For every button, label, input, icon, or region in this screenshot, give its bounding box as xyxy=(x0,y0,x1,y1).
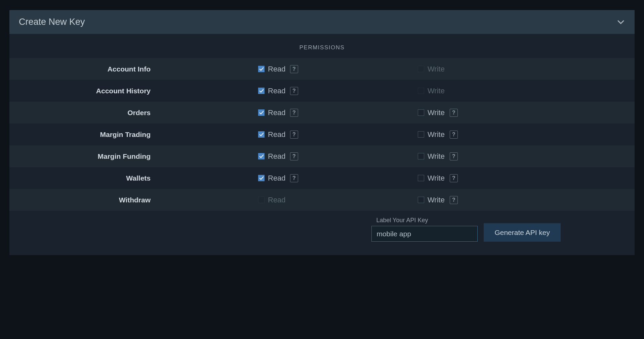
read-cell: Read? xyxy=(164,87,384,95)
help-icon[interactable]: ? xyxy=(450,196,458,204)
write-cell: Write xyxy=(384,65,604,74)
read-checkbox[interactable] xyxy=(258,66,265,72)
permission-row: WithdrawReadWrite? xyxy=(9,189,635,211)
permission-label: Margin Trading xyxy=(9,131,164,139)
permission-label: Withdraw xyxy=(9,196,164,204)
read-checkbox[interactable] xyxy=(258,88,265,94)
permission-row: Account HistoryRead?Write xyxy=(9,80,635,102)
read-label: Read xyxy=(268,108,287,117)
read-cell: Read? xyxy=(164,108,384,117)
permission-label: Margin Funding xyxy=(9,152,164,160)
read-cell: Read xyxy=(164,196,384,204)
help-icon[interactable]: ? xyxy=(450,109,458,117)
help-icon[interactable]: ? xyxy=(290,174,298,182)
help-icon[interactable]: ? xyxy=(290,131,298,139)
read-label: Read xyxy=(268,87,287,95)
permission-label: Account Info xyxy=(9,65,164,73)
write-checkbox xyxy=(418,88,424,94)
read-label: Read xyxy=(268,152,287,161)
read-cell: Read? xyxy=(164,65,384,74)
permissions-header-label: PERMISSIONS xyxy=(201,44,443,51)
api-key-label-text: Label Your API Key xyxy=(371,217,478,224)
write-label: Write xyxy=(428,152,446,161)
generate-api-key-button[interactable]: Generate API key xyxy=(484,223,561,242)
read-checkbox[interactable] xyxy=(258,153,265,159)
write-label: Write xyxy=(428,87,446,95)
write-label: Write xyxy=(428,108,446,117)
write-label: Write xyxy=(428,65,446,74)
help-icon[interactable]: ? xyxy=(290,87,298,95)
write-label: Write xyxy=(428,130,446,139)
api-key-label-group: Label Your API Key xyxy=(371,217,478,242)
permission-row: Margin TradingRead?Write? xyxy=(9,124,635,145)
write-checkbox[interactable] xyxy=(418,197,424,203)
help-icon[interactable]: ? xyxy=(290,65,298,73)
help-icon[interactable]: ? xyxy=(290,152,298,160)
help-icon[interactable]: ? xyxy=(450,131,458,139)
read-cell: Read? xyxy=(164,152,384,161)
write-cell: Write? xyxy=(384,152,604,161)
read-label: Read xyxy=(268,65,287,74)
permission-label: Account History xyxy=(9,87,164,95)
read-checkbox[interactable] xyxy=(258,175,265,181)
help-icon[interactable]: ? xyxy=(450,152,458,160)
read-label: Read xyxy=(268,174,287,183)
write-checkbox[interactable] xyxy=(418,153,424,159)
permission-row: WalletsRead?Write? xyxy=(9,167,635,189)
write-cell: Write xyxy=(384,87,604,95)
create-key-panel: Create New Key PERMISSIONS Account InfoR… xyxy=(9,10,635,255)
read-checkbox xyxy=(258,197,265,203)
help-icon[interactable]: ? xyxy=(450,174,458,182)
write-label: Write xyxy=(428,196,446,204)
write-checkbox[interactable] xyxy=(418,109,424,116)
write-cell: Write? xyxy=(384,130,604,139)
permission-label: Wallets xyxy=(9,174,164,182)
read-label: Read xyxy=(268,196,287,204)
read-cell: Read? xyxy=(164,174,384,183)
permission-row: Account InfoRead?Write xyxy=(9,58,635,80)
write-checkbox xyxy=(418,66,424,72)
help-icon[interactable]: ? xyxy=(290,109,298,117)
panel-title: Create New Key xyxy=(19,17,85,27)
write-checkbox[interactable] xyxy=(418,175,424,181)
read-checkbox[interactable] xyxy=(258,131,265,138)
chevron-down-icon[interactable] xyxy=(616,18,625,27)
read-checkbox[interactable] xyxy=(258,109,265,116)
permissions-header-row: PERMISSIONS xyxy=(9,37,635,58)
permission-row: Margin FundingRead?Write? xyxy=(9,145,635,167)
panel-header: Create New Key xyxy=(9,10,635,34)
permission-row: OrdersRead?Write? xyxy=(9,102,635,124)
write-cell: Write? xyxy=(384,196,604,204)
read-cell: Read? xyxy=(164,130,384,139)
write-cell: Write? xyxy=(384,174,604,183)
write-checkbox[interactable] xyxy=(418,131,424,138)
read-label: Read xyxy=(268,130,287,139)
permission-label: Orders xyxy=(9,109,164,117)
api-key-label-input[interactable] xyxy=(371,226,478,242)
panel-body: PERMISSIONS Account InfoRead?WriteAccoun… xyxy=(9,34,635,255)
write-cell: Write? xyxy=(384,108,604,117)
footer-row: Label Your API Key Generate API key xyxy=(9,211,635,255)
write-label: Write xyxy=(428,174,446,183)
